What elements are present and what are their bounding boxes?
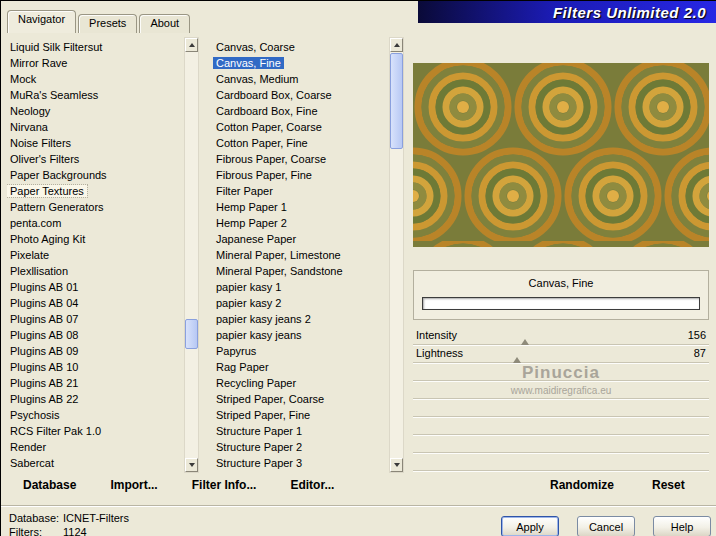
filter-scrollbar[interactable] <box>389 37 404 473</box>
scroll-up-button[interactable] <box>185 38 198 52</box>
filter-item-label: papier kasy 2 <box>213 297 284 309</box>
scrollbar-thumb[interactable] <box>185 319 198 349</box>
status-database-label: Database: <box>9 512 63 524</box>
filter-item[interactable]: Cardboard Box, Coarse <box>213 87 387 103</box>
navigator-item[interactable]: MuRa's Seamless <box>7 87 183 103</box>
navigator-item-label: Plugins AB 08 <box>7 329 82 341</box>
filter-item[interactable]: Cardboard Box, Fine <box>213 103 387 119</box>
filter-item[interactable]: papier kasy jeans 2 <box>213 311 387 327</box>
navigator-item[interactable]: Render <box>7 439 183 455</box>
toolbar-button-import[interactable]: Import... <box>110 478 157 492</box>
scroll-up-button[interactable] <box>390 38 403 52</box>
param-row: Intensity156 <box>413 327 709 345</box>
tab-presets[interactable]: Presets <box>78 14 137 33</box>
param-row-empty <box>413 363 709 381</box>
navigator-item[interactable]: Plugins AB 04 <box>7 295 183 311</box>
navigator-item[interactable]: Psychosis <box>7 407 183 423</box>
navigator-item[interactable]: Sabercat <box>7 455 183 471</box>
filter-item[interactable]: Structure Paper 1 <box>213 423 387 439</box>
toolbar-button-filterinfo[interactable]: Filter Info... <box>192 478 257 492</box>
scrollbar-thumb[interactable] <box>390 53 403 149</box>
navigator-item[interactable]: RCS Filter Pak 1.0 <box>7 423 183 439</box>
randomize-button[interactable]: Randomize <box>550 478 614 492</box>
filter-item[interactable]: papier kasy 2 <box>213 295 387 311</box>
filter-item[interactable]: Hemp Paper 1 <box>213 199 387 215</box>
navigator-item[interactable]: Mock <box>7 71 183 87</box>
navigator-item-label: Psychosis <box>7 409 63 421</box>
filter-item[interactable]: Mineral Paper, Limestone <box>213 247 387 263</box>
navigator-item[interactable]: Photo Aging Kit <box>7 231 183 247</box>
tab-about[interactable]: About <box>139 14 190 33</box>
filter-item[interactable]: Striped Paper, Coarse <box>213 391 387 407</box>
navigator-item[interactable]: Plugins AB 22 <box>7 391 183 407</box>
filter-item-label: Papyrus <box>213 345 259 357</box>
navigator-item-label: Noise Filters <box>7 137 74 149</box>
navigator-item[interactable]: Plugins AB 21 <box>7 375 183 391</box>
apply-button[interactable]: Apply <box>501 516 559 536</box>
filter-item[interactable]: Structure Paper 2 <box>213 439 387 455</box>
navigator-item[interactable]: Pixelate <box>7 247 183 263</box>
filter-item[interactable]: Cotton Paper, Fine <box>213 135 387 151</box>
selected-filter-name: Canvas, Fine <box>414 271 708 289</box>
navigator-item[interactable]: Mirror Rave <box>7 55 183 71</box>
navigator-item[interactable]: Nirvana <box>7 119 183 135</box>
status-database: Database: ICNET-Filters <box>9 512 129 524</box>
reset-button[interactable]: Reset <box>652 478 685 492</box>
cancel-button[interactable]: Cancel <box>577 516 635 536</box>
filter-item-label: Canvas, Medium <box>213 73 302 85</box>
navigator-item[interactable]: penta.com <box>7 215 183 231</box>
filter-item[interactable]: Japanese Paper <box>213 231 387 247</box>
navigator-item-label: RCS Filter Pak 1.0 <box>7 425 104 437</box>
toolbar-button-editor[interactable]: Editor... <box>290 478 334 492</box>
swirl-pattern-graphic <box>413 63 709 247</box>
filter-item[interactable]: Papyrus <box>213 343 387 359</box>
filter-item[interactable]: papier kasy 1 <box>213 279 387 295</box>
navigator-item[interactable]: Pattern Generators <box>7 199 183 215</box>
navigator-item-label: Sabercat <box>7 457 57 469</box>
navigator-item[interactable]: Plugins AB 01 <box>7 279 183 295</box>
preview-image[interactable] <box>413 63 709 247</box>
navigator-item[interactable]: Neology <box>7 103 183 119</box>
filter-item[interactable]: Cotton Paper, Coarse <box>213 119 387 135</box>
filter-item-label: papier kasy 1 <box>213 281 284 293</box>
filter-item[interactable]: papier kasy jeans <box>213 327 387 343</box>
toolbar-button-database[interactable]: Database <box>23 478 76 492</box>
filter-item[interactable]: Rag Paper <box>213 359 387 375</box>
navigator-item-label: Liquid Silk Filtersut <box>7 41 105 53</box>
navigator-item[interactable]: Plugins AB 07 <box>7 311 183 327</box>
filter-item[interactable]: Canvas, Medium <box>213 71 387 87</box>
navigator-item[interactable]: Noise Filters <box>7 135 183 151</box>
filter-item[interactable]: Fibrous Paper, Coarse <box>213 151 387 167</box>
tab-navigator[interactable]: Navigator <box>7 10 76 33</box>
navigator-item[interactable]: Liquid Silk Filtersut <box>7 39 183 55</box>
filter-item[interactable]: Mineral Paper, Sandstone <box>213 263 387 279</box>
filter-item-label: Fibrous Paper, Fine <box>213 169 315 181</box>
filter-item[interactable]: Hemp Paper 2 <box>213 215 387 231</box>
arrow-up-icon <box>189 43 195 47</box>
navigator-item[interactable]: Plexllisation <box>7 263 183 279</box>
navigator-item-label: Mock <box>7 73 39 85</box>
navigator-item[interactable]: Paper Textures <box>7 183 183 199</box>
navigator-item-label: Mirror Rave <box>7 57 70 69</box>
navigator-item[interactable]: Plugins AB 08 <box>7 327 183 343</box>
filter-item[interactable]: Fibrous Paper, Fine <box>213 167 387 183</box>
filter-item[interactable]: Canvas, Fine <box>213 55 387 71</box>
navigator-scrollbar[interactable] <box>184 37 199 473</box>
preview-slider[interactable] <box>422 297 700 310</box>
filter-item[interactable]: Striped Paper, Fine <box>213 407 387 423</box>
status-database-value: ICNET-Filters <box>63 512 129 524</box>
help-button[interactable]: Help <box>653 516 711 536</box>
filter-item[interactable]: Filter Paper <box>213 183 387 199</box>
filter-item[interactable]: Recycling Paper <box>213 375 387 391</box>
filter-item-label: Hemp Paper 1 <box>213 201 290 213</box>
navigator-item[interactable]: Plugins AB 09 <box>7 343 183 359</box>
navigator-item[interactable]: Paper Backgrounds <box>7 167 183 183</box>
scroll-down-button[interactable] <box>185 458 198 472</box>
title-banner: Filters Unlimited 2.0 <box>418 1 716 23</box>
filter-item[interactable]: Structure Paper 3 <box>213 455 387 471</box>
scroll-down-button[interactable] <box>390 458 403 472</box>
navigator-item[interactable]: Oliver's Filters <box>7 151 183 167</box>
navigator-item[interactable]: Plugins AB 10 <box>7 359 183 375</box>
arrow-down-icon <box>189 463 195 467</box>
filter-item[interactable]: Canvas, Coarse <box>213 39 387 55</box>
